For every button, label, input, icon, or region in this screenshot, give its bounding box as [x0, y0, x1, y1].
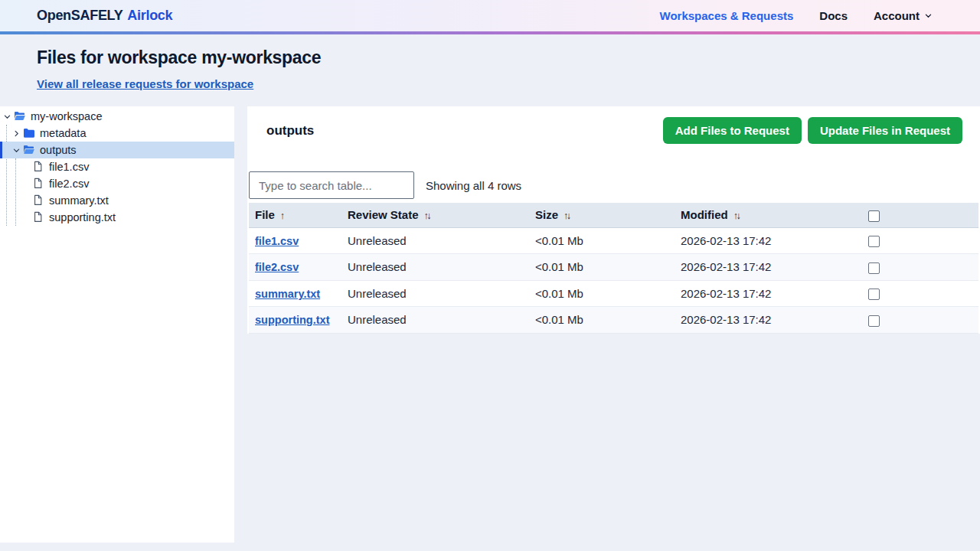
tree-item-my-workspace[interactable]: my-workspace: [0, 108, 234, 125]
column-header-select: [858, 203, 978, 227]
tree-item-label: outputs: [40, 144, 77, 156]
sort-unsorted-icon: ↑↓: [564, 210, 570, 221]
top-navbar: OpenSAFELY Airlock Workspaces & Requests…: [0, 0, 980, 31]
content-area: my-workspace metadata outputs file: [0, 106, 980, 543]
file-link[interactable]: file1.csv: [255, 235, 299, 247]
file-link[interactable]: summary.txt: [255, 288, 320, 300]
update-files-in-request-button[interactable]: Update Files in Request: [808, 117, 962, 144]
tree-item-summary-txt[interactable]: summary.txt: [0, 192, 234, 209]
modified-cell: 2026-02-13 17:42: [675, 280, 858, 307]
file-icon: [32, 211, 44, 223]
review-state-cell: Unreleased: [341, 307, 529, 334]
file-icon: [32, 178, 44, 190]
modified-cell: 2026-02-13 17:42: [675, 254, 858, 281]
file-link[interactable]: supporting.txt: [255, 314, 329, 326]
tree-item-metadata[interactable]: metadata: [0, 125, 234, 142]
tree-item-label: my-workspace: [31, 110, 102, 122]
brand-logo[interactable]: OpenSAFELY Airlock: [37, 8, 172, 24]
review-state-cell: Unreleased: [341, 280, 529, 307]
view-release-requests-link[interactable]: View all release requests for workspace: [37, 77, 253, 90]
tree-item-label: supporting.txt: [49, 211, 116, 223]
account-menu[interactable]: Account: [874, 9, 933, 22]
file-tree: my-workspace metadata outputs file: [0, 106, 234, 543]
table-search-input[interactable]: [249, 171, 414, 199]
folder-open-icon: [14, 110, 26, 122]
table-header-row: File↑ Review State↑↓ Size↑↓ Modified↑↓: [249, 203, 978, 227]
sort-unsorted-icon: ↑↓: [733, 210, 740, 221]
chevron-down-icon: [2, 111, 12, 122]
folder-open-icon: [23, 144, 35, 156]
row-checkbox[interactable]: [868, 289, 880, 300]
files-table: File↑ Review State↑↓ Size↑↓ Modified↑↓: [249, 203, 978, 334]
column-header-modified[interactable]: Modified↑↓: [675, 203, 858, 227]
tree-item-label: file2.csv: [49, 178, 89, 190]
action-buttons: Add Files to Request Update Files in Req…: [663, 117, 962, 144]
nav-link-docs[interactable]: Docs: [819, 9, 848, 22]
table-row: summary.txt Unreleased <0.01 Mb 2026-02-…: [249, 280, 978, 307]
column-header-file[interactable]: File↑: [249, 203, 341, 227]
chevron-down-icon: [11, 145, 21, 155]
select-all-checkbox[interactable]: [868, 210, 880, 222]
sort-asc-icon: ↑: [280, 210, 285, 221]
sort-unsorted-icon: ↑↓: [424, 210, 430, 221]
table-row: supporting.txt Unreleased <0.01 Mb 2026-…: [249, 307, 978, 334]
main-panel: outputs Add Files to Request Update File…: [247, 106, 980, 334]
column-header-size[interactable]: Size↑↓: [529, 203, 675, 227]
file-link[interactable]: file2.csv: [255, 261, 299, 273]
nav-link-workspaces-requests[interactable]: Workspaces & Requests: [660, 9, 794, 22]
row-checkbox[interactable]: [868, 315, 880, 327]
size-cell: <0.01 Mb: [529, 307, 675, 334]
table-row: file1.csv Unreleased <0.01 Mb 2026-02-13…: [249, 227, 978, 254]
row-count-status: Showing all 4 rows: [426, 179, 521, 192]
brand-secondary: Airlock: [127, 8, 172, 24]
file-icon: [32, 161, 44, 173]
review-state-cell: Unreleased: [341, 227, 529, 254]
panel-title: outputs: [266, 123, 314, 139]
tree-item-label: summary.txt: [49, 194, 109, 207]
chevron-down-icon: [924, 11, 933, 20]
page-header: Files for workspace my-workspace View al…: [0, 34, 980, 106]
chevron-right-icon: [11, 128, 21, 139]
size-cell: <0.01 Mb: [529, 227, 675, 254]
tree-item-outputs[interactable]: outputs: [0, 142, 234, 158]
modified-cell: 2026-02-13 17:42: [675, 307, 858, 334]
nav-links: Workspaces & Requests Docs Account: [660, 9, 933, 22]
file-icon: [32, 194, 44, 207]
add-files-to-request-button[interactable]: Add Files to Request: [663, 117, 802, 144]
table-toolbar: Showing all 4 rows: [249, 171, 978, 199]
size-cell: <0.01 Mb: [529, 254, 675, 281]
tree-item-label: metadata: [40, 127, 86, 139]
brand-primary: OpenSAFELY: [37, 8, 122, 24]
tree-item-label: file1.csv: [49, 161, 89, 173]
tree-item-supporting-txt[interactable]: supporting.txt: [0, 209, 234, 226]
review-state-cell: Unreleased: [341, 254, 529, 281]
page-title: Files for workspace my-workspace: [37, 47, 943, 68]
folder-closed-icon: [23, 127, 35, 139]
row-checkbox[interactable]: [868, 236, 880, 247]
table-row: file2.csv Unreleased <0.01 Mb 2026-02-13…: [249, 254, 978, 281]
panel-header: outputs Add Files to Request Update File…: [247, 106, 980, 156]
account-label: Account: [874, 9, 920, 22]
size-cell: <0.01 Mb: [529, 280, 675, 307]
column-header-review-state[interactable]: Review State↑↓: [341, 203, 529, 227]
tree-item-file1-csv[interactable]: file1.csv: [0, 158, 234, 175]
modified-cell: 2026-02-13 17:42: [675, 227, 858, 254]
tree-item-file2-csv[interactable]: file2.csv: [0, 175, 234, 192]
row-checkbox[interactable]: [868, 262, 880, 274]
